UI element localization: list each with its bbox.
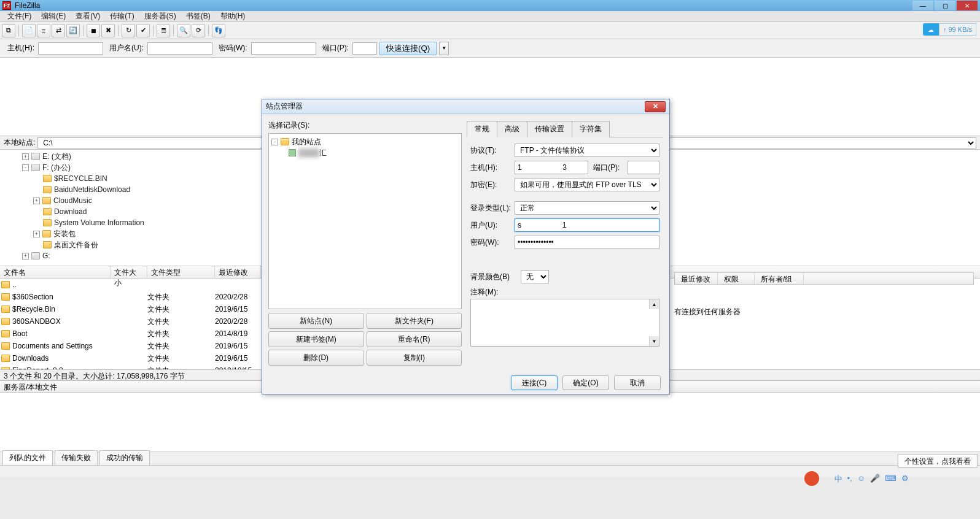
login-select[interactable]: 正常 bbox=[515, 201, 659, 215]
drive-icon bbox=[31, 153, 40, 160]
tray-icon[interactable]: 🎤 bbox=[870, 474, 880, 485]
tree-label: G: bbox=[42, 252, 50, 260]
tab-charset[interactable]: 字符集 bbox=[572, 121, 610, 137]
minimize-button[interactable]: — bbox=[912, 1, 933, 10]
comment-box[interactable]: ▲ ▼ bbox=[470, 299, 659, 347]
copy-button[interactable]: 复制(I) bbox=[367, 350, 462, 366]
close-button[interactable]: ✕ bbox=[957, 1, 978, 10]
tb-btn-9[interactable]: ✔ bbox=[136, 24, 150, 37]
dialog-titlebar: 站点管理器 ✕ bbox=[262, 99, 669, 114]
tray-icon[interactable]: ⌨ bbox=[885, 474, 896, 485]
folder-icon bbox=[43, 241, 52, 248]
expander-icon[interactable]: + bbox=[22, 153, 29, 160]
quickconnect-dropdown[interactable]: ▼ bbox=[439, 42, 449, 55]
col-type[interactable]: 文件类型 bbox=[147, 266, 215, 278]
menu-file[interactable]: 文件(F) bbox=[2, 11, 36, 21]
rcol-owner[interactable]: 所有者/组 bbox=[755, 273, 804, 284]
menu-help[interactable]: 帮助(H) bbox=[216, 11, 251, 21]
dlg-port-input[interactable] bbox=[628, 161, 659, 174]
menu-bookmarks[interactable]: 书签(B) bbox=[181, 11, 216, 21]
qtab-success[interactable]: 成功的传输 bbox=[99, 450, 150, 465]
menu-transfer[interactable]: 传输(T) bbox=[105, 11, 139, 21]
scroll-down-icon[interactable]: ▼ bbox=[649, 336, 659, 346]
enc-select[interactable]: 如果可用，使用显式的 FTP over TLS bbox=[515, 178, 659, 191]
maximize-button[interactable]: ▢ bbox=[935, 1, 955, 10]
tree-root[interactable]: 我的站点 bbox=[292, 137, 321, 147]
cloud-icon: ☁ bbox=[923, 23, 939, 36]
expander-icon[interactable]: + bbox=[33, 231, 40, 237]
tray-icon[interactable]: 中 bbox=[834, 474, 842, 485]
expander-icon[interactable]: + bbox=[33, 198, 40, 204]
tab-transfer[interactable]: 传输设置 bbox=[527, 121, 572, 137]
proto-label: 协议(T): bbox=[470, 145, 515, 156]
qtab-failed[interactable]: 传输失败 bbox=[55, 450, 98, 465]
proto-select[interactable]: FTP - 文件传输协议 bbox=[515, 144, 659, 157]
bg-select[interactable]: 无 bbox=[521, 270, 549, 283]
site-manager-button[interactable]: ⧉ bbox=[2, 24, 15, 37]
tb-btn-6[interactable]: ⏹ bbox=[87, 24, 100, 37]
tree-label: BaiduNetdiskDownload bbox=[54, 185, 130, 194]
port-input[interactable] bbox=[352, 42, 377, 55]
folder-icon bbox=[43, 208, 52, 215]
menu-server[interactable]: 服务器(S) bbox=[139, 11, 181, 21]
rename-button[interactable]: 重命名(R) bbox=[367, 331, 462, 347]
folder-icon bbox=[43, 175, 52, 182]
col-mod[interactable]: 最近修改 bbox=[215, 266, 261, 278]
rcol-perm[interactable]: 权限 bbox=[718, 273, 755, 284]
scroll-up-icon[interactable]: ▲ bbox=[649, 299, 659, 309]
tray-icon[interactable]: ☺ bbox=[857, 474, 865, 485]
dlg-host-input[interactable] bbox=[515, 161, 588, 174]
tb-btn-5[interactable]: 🔄 bbox=[66, 24, 80, 37]
menubar: 文件(F) 编辑(E) 查看(V) 传输(T) 服务器(S) 书签(B) 帮助(… bbox=[0, 11, 980, 22]
dlg-pass-input[interactable] bbox=[515, 236, 659, 249]
password-input[interactable] bbox=[251, 42, 316, 55]
dlg-user-input[interactable] bbox=[515, 218, 659, 232]
tb-btn-4[interactable]: ⇄ bbox=[52, 24, 65, 37]
tb-btn-11[interactable]: 🔍 bbox=[177, 24, 190, 37]
menu-view[interactable]: 查看(V) bbox=[71, 11, 105, 21]
ok-button[interactable]: 确定(O) bbox=[562, 375, 609, 390]
delete-button[interactable]: 删除(D) bbox=[268, 350, 364, 366]
expander-icon[interactable]: - bbox=[22, 164, 29, 171]
tab-advanced[interactable]: 高级 bbox=[497, 121, 527, 137]
site-name-masked: ████ bbox=[298, 148, 319, 157]
site-tree[interactable]: - 我的站点 ████ 汇 bbox=[268, 133, 462, 309]
connect-button[interactable]: 连接(C) bbox=[511, 375, 558, 390]
tb-btn-10[interactable]: ≣ bbox=[157, 24, 170, 37]
file-name: Downloads bbox=[12, 354, 49, 363]
col-size[interactable]: 文件大小 bbox=[111, 266, 147, 278]
tb-btn-12[interactable]: ⟳ bbox=[192, 24, 205, 37]
col-name[interactable]: 文件名 bbox=[0, 266, 111, 278]
tab-general[interactable]: 常规 bbox=[467, 121, 497, 137]
tree-label: CloudMusic bbox=[53, 196, 92, 205]
queue-body[interactable] bbox=[0, 393, 980, 452]
tb-btn-7[interactable]: ✖ bbox=[101, 24, 115, 37]
tree-site[interactable]: 汇 bbox=[319, 148, 327, 158]
tb-btn-3[interactable]: ≡ bbox=[37, 24, 50, 37]
host-label: 主机(H): bbox=[7, 43, 34, 53]
dlg-user-label: 用户(U): bbox=[470, 220, 515, 231]
cancel-button[interactable]: 取消 bbox=[614, 375, 661, 390]
app-title: FileZilla bbox=[15, 1, 40, 10]
new-bookmark-button[interactable]: 新建书签(M) bbox=[268, 331, 364, 347]
tb-btn-13[interactable]: 👣 bbox=[212, 24, 225, 37]
new-folder-button[interactable]: 新文件夹(F) bbox=[367, 313, 462, 329]
file-name: 360SANDBOX bbox=[12, 317, 61, 326]
titlebar: Fz FileZilla — ▢ ✕ bbox=[0, 0, 980, 11]
tray-icon[interactable]: •, bbox=[847, 474, 852, 485]
tray-icon[interactable]: ⚙ bbox=[901, 474, 909, 485]
username-input[interactable] bbox=[147, 42, 212, 55]
expander-icon[interactable]: + bbox=[22, 253, 29, 260]
expander-icon[interactable]: - bbox=[271, 139, 278, 145]
tb-btn-2[interactable]: 📄 bbox=[22, 24, 36, 37]
tb-btn-8[interactable]: ↻ bbox=[122, 24, 135, 37]
host-input[interactable] bbox=[38, 42, 103, 55]
new-site-button[interactable]: 新站点(N) bbox=[268, 313, 364, 329]
qtab-queued[interactable]: 列队的文件 bbox=[2, 450, 53, 465]
menu-edit[interactable]: 编辑(E) bbox=[36, 11, 71, 21]
settings-tooltip[interactable]: 个性设置，点我看看 bbox=[898, 454, 978, 467]
dialog-close-button[interactable]: ✕ bbox=[645, 101, 666, 112]
rcol-mod[interactable]: 最近修改 bbox=[675, 273, 718, 284]
quickconnect-button[interactable]: 快速连接(Q) bbox=[379, 42, 437, 55]
tray-orange-icon[interactable] bbox=[804, 471, 819, 486]
